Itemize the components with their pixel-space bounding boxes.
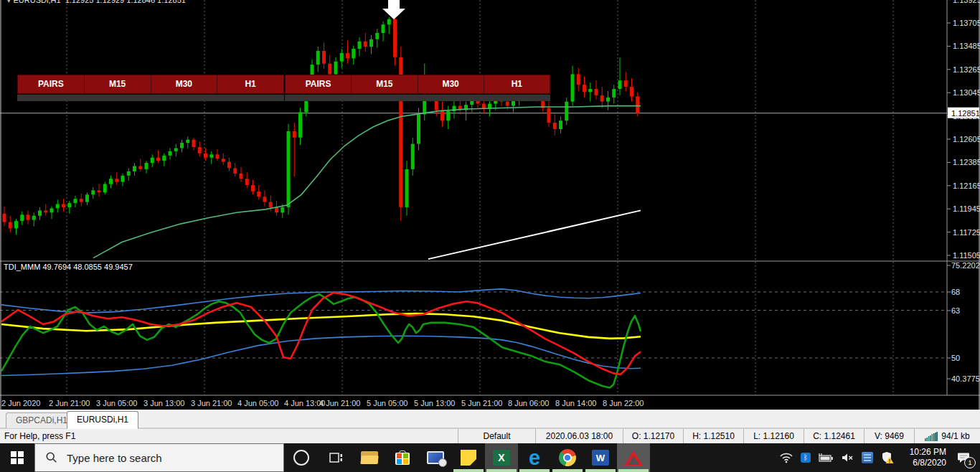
status-network: 94/1 kb [914, 429, 980, 443]
symbol-title: ▾EURUSDi,H1 1.12925 1.12929 1.12846 1.12… [7, 0, 186, 4]
svg-text:75.2202: 75.2202 [951, 261, 980, 270]
svg-text:50: 50 [951, 354, 960, 362]
taskbar-app-microsoft-store[interactable] [386, 443, 419, 472]
pairs-panel-1-row [17, 94, 284, 101]
chart-tab-eurusdi[interactable]: EURUSDi,H1 [67, 411, 138, 429]
svg-text:1.12385: 1.12385 [953, 158, 980, 166]
running-indicator [618, 469, 649, 472]
status-low: L: 1.12160 [743, 429, 804, 443]
start-button[interactable] [0, 443, 34, 472]
pairs-panel-2-row [285, 94, 550, 101]
cortana-button[interactable] [284, 443, 319, 472]
svg-text:1.11725: 1.11725 [953, 228, 980, 237]
windows-logo-icon [11, 451, 24, 464]
traffic-bars-icon [925, 432, 938, 441]
svg-text:3 Jun 13:00: 3 Jun 13:00 [143, 399, 185, 407]
wifi-icon[interactable] [780, 453, 793, 463]
svg-text:1.11945: 1.11945 [953, 204, 980, 213]
svg-text:63: 63 [951, 306, 960, 315]
pairs-header-m15: M15 [352, 75, 418, 93]
pairs-panel-1[interactable]: PAIRS M15 M30 H1 [17, 75, 284, 94]
tray-app-icon[interactable] [862, 452, 873, 463]
status-high: H: 1.12510 [683, 429, 743, 443]
taskbar-app-file-explorer[interactable] [353, 443, 386, 472]
task-view-icon [329, 452, 343, 463]
status-profile[interactable]: Default [458, 429, 535, 443]
remote-desktop-icon [427, 451, 444, 464]
status-help-text: For Help, press F1 [0, 431, 458, 441]
pairs-header-pairs: PAIRS [18, 75, 85, 93]
taskbar-app-metatrader[interactable] [617, 443, 650, 472]
status-close: C: 1.12461 [804, 429, 864, 443]
clock-time: 10:26 PM [902, 447, 946, 458]
svg-text:8 Jun 14:00: 8 Jun 14:00 [555, 399, 597, 407]
task-view-button[interactable] [319, 443, 353, 472]
status-bar: For Help, press F1 Default 2020.06.03 18… [0, 428, 980, 443]
system-tray: ᛒ 10:26 PM 6/8/2020 [780, 443, 980, 472]
bluetooth-icon[interactable]: ᛒ [801, 453, 811, 463]
indicator-label: TDI_MMM 49.7694 48.0855 49.9457 [4, 263, 133, 271]
taskbar-app-excel[interactable]: X [485, 443, 518, 472]
svg-text:1.13705: 1.13705 [953, 19, 980, 27]
svg-text:1.12605: 1.12605 [953, 135, 980, 143]
notification-center-button[interactable]: 1 [954, 448, 973, 467]
svg-text:68: 68 [951, 288, 960, 296]
taskbar-clock[interactable]: 10:26 PM 6/8/2020 [902, 447, 946, 468]
pairs-header-pairs: PAIRS [286, 75, 352, 93]
status-volume: V: 9469 [864, 429, 914, 443]
svg-text:1.13045: 1.13045 [953, 88, 980, 97]
security-shield-icon[interactable] [881, 451, 894, 464]
search-placeholder: Type here to search [67, 452, 162, 464]
pairs-header-h1: H1 [484, 75, 550, 93]
current-price-tag-text: 1.12851 [951, 109, 980, 118]
svg-text:8 Jun 22:00: 8 Jun 22:00 [603, 399, 644, 407]
status-candle-time: 2020.06.03 18:00 [535, 429, 623, 443]
pairs-header-m15: M15 [85, 75, 151, 93]
pairs-header-m30: M30 [418, 75, 484, 93]
chart-window[interactable]: 1.139251.137051.134851.132651.130451.128… [0, 0, 980, 410]
taskbar-app-edge[interactable]: e [518, 443, 551, 472]
time-scale: 2 Jun 20202 Jun 21:003 Jun 05:003 Jun 13… [1, 399, 644, 407]
running-indicator [585, 469, 616, 472]
running-indicator [519, 469, 550, 472]
taskbar-app-remote-desktop[interactable] [419, 443, 452, 472]
chrome-icon [559, 449, 576, 466]
metatrader-icon [624, 450, 643, 466]
traffic-text: 94/1 kb [941, 431, 969, 441]
excel-icon: X [493, 450, 510, 466]
candlestick-chart[interactable]: 1.139251.137051.134851.132651.130451.128… [0, 0, 980, 410]
svg-text:1.11505: 1.11505 [953, 251, 980, 260]
volume-muted-icon[interactable] [842, 453, 854, 463]
battery-icon[interactable] [819, 453, 834, 462]
dropdown-marker-icon: ▾ [7, 0, 11, 4]
svg-text:5 Jun 05:00: 5 Jun 05:00 [367, 399, 408, 407]
word-icon: W [592, 450, 609, 466]
chart-tab-bar: GBPCADi,H1 EURUSDi,H1 [0, 410, 980, 428]
taskbar-app-sticky-notes[interactable] [452, 443, 485, 472]
taskbar-search-box[interactable]: Type here to search [34, 443, 284, 472]
svg-text:1.12165: 1.12165 [953, 181, 980, 190]
pairs-panel-2[interactable]: PAIRS M15 M30 H1 [285, 75, 550, 94]
pinned-apps: X e W [353, 443, 650, 472]
taskbar: Type here to search [0, 443, 980, 472]
taskbar-app-chrome[interactable] [551, 443, 584, 472]
taskbar-app-word[interactable]: W [584, 443, 617, 472]
svg-text:1.13485: 1.13485 [953, 42, 980, 50]
microsoft-store-icon [395, 450, 410, 465]
svg-text:1.13265: 1.13265 [953, 65, 980, 74]
cortana-icon [293, 450, 309, 466]
symbol-ohlc-text: EURUSDi,H1 1.12925 1.12929 1.12846 1.128… [14, 0, 186, 4]
svg-text:4 Jun 21:00: 4 Jun 21:00 [319, 399, 361, 407]
chart-background [0, 0, 980, 410]
file-explorer-icon [361, 451, 378, 464]
pairs-header-h1: H1 [217, 75, 283, 93]
clock-date: 6/8/2020 [902, 458, 946, 468]
svg-text:5 Jun 21:00: 5 Jun 21:00 [461, 399, 503, 407]
svg-text:3 Jun 05:00: 3 Jun 05:00 [96, 399, 138, 407]
svg-text:1.13925: 1.13925 [953, 0, 980, 4]
running-indicator [453, 469, 484, 472]
svg-text:4 Jun 05:00: 4 Jun 05:00 [237, 399, 279, 407]
pairs-header-m30: M30 [151, 75, 218, 93]
svg-text:5 Jun 13:00: 5 Jun 13:00 [414, 399, 456, 407]
running-indicator [486, 469, 517, 472]
